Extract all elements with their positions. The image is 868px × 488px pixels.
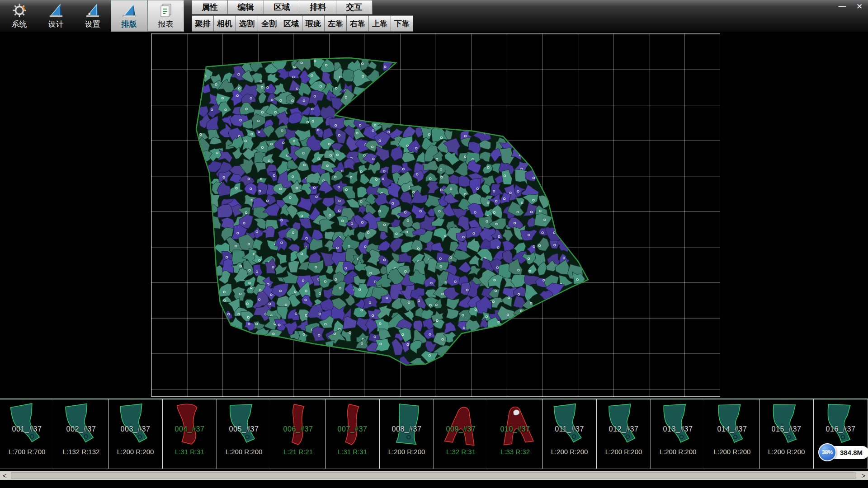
part-thumbnail[interactable]: 014_#37 L:200 R:200 [705,399,760,469]
part-thumbnail[interactable]: 007_#37 L:31 R:31 [326,399,380,469]
report-icon [159,3,173,18]
part-lr-count: L:200 R:200 [705,448,759,455]
part-shape [114,401,157,447]
canvas-grid[interactable] [151,33,720,397]
scroll-right-arrow[interactable]: > [859,471,868,480]
leather-hide[interactable] [151,34,720,396]
part-thumbnail[interactable]: 011_#37 L:200 R:200 [542,399,597,469]
layout-button[interactable]: 排版 [111,0,147,32]
minimize-button[interactable]: — [837,2,847,11]
part-shape [547,401,592,447]
part-lr-count: L:200 R:200 [760,448,813,455]
part-name: 009_#37 [434,425,488,433]
progress-circle[interactable]: 38% [818,443,836,461]
part-thumbnail[interactable]: 010_#37 L:33 R:32 [488,399,542,469]
menu-tab[interactable]: 排料 [300,0,336,14]
part-thumbnail[interactable]: 009_#37 L:32 R:31 [434,399,488,469]
part-shape [493,400,538,448]
tool-button-row: 聚排相机选割全割区域瑕疵左靠右靠上靠下靠 [192,15,413,32]
part-thumbnail[interactable]: 004_#37 L:31 R:31 [163,399,217,469]
menu-tab[interactable]: 区域 [264,0,300,14]
part-thumbnail[interactable]: 001_#37 L:700 R:700 [0,399,54,469]
part-name: 001_#37 [0,425,54,433]
layout-icon [122,3,137,18]
nesting-canvas[interactable] [0,32,868,399]
part-thumbnail[interactable]: 008_#37 L:200 R:200 [380,399,434,469]
tool-button[interactable]: 聚排 [192,15,214,32]
parts-strip: 001_#37 L:700 R:700 002_#37 L:132 R:132 … [0,399,868,469]
tool-button[interactable]: 相机 [214,15,236,32]
part-thumbnail[interactable]: 012_#37 L:200 R:200 [597,399,651,469]
main-toolbar: 系统 设计 设置 排版 报表 [1,0,184,32]
part-name: 012_#37 [597,425,651,433]
part-shape [224,403,264,446]
menu-tab[interactable]: 交互 [336,0,373,14]
part-shape [59,401,104,448]
part-name: 002_#37 [54,425,108,433]
part-lr-count: L:31 R:31 [163,448,217,455]
tool-button[interactable]: 左靠 [325,15,347,32]
toolbar-button-label: 排版 [122,19,137,29]
part-shape [765,402,808,447]
scrollbar-thumb[interactable] [11,472,856,479]
part-lr-count: L:200 R:200 [380,448,434,455]
part-name: 003_#37 [108,425,162,433]
part-name: 005_#37 [217,425,271,433]
part-lr-count: L:32 R:31 [434,448,488,455]
report-button[interactable]: 报表 [147,0,184,32]
part-thumbnail[interactable]: 003_#37 L:200 R:200 [108,399,163,469]
part-lr-count: L:200 R:200 [651,448,705,455]
part-thumbnail[interactable]: 015_#37 L:200 R:200 [760,399,814,469]
part-name: 016_#37 [814,425,868,433]
part-shape [169,402,211,446]
horizontal-scrollbar[interactable]: < > [0,471,868,480]
design-icon [48,3,64,18]
part-thumbnail[interactable]: 006_#37 L:21 R:21 [271,399,326,469]
toolbar-button-label: 系统 [12,19,27,29]
part-shape [384,401,429,448]
part-lr-count: L:200 R:200 [217,448,271,455]
tool-button[interactable]: 右靠 [347,15,369,32]
tool-button[interactable]: 全割 [258,15,280,32]
part-shape [438,400,484,448]
menu-tab-row: 属性编辑区域排料交互 [192,0,373,14]
part-lr-count: L:31 R:31 [326,448,379,455]
part-name: 013_#37 [651,425,705,433]
part-shape [277,402,319,446]
close-button[interactable]: ✕ [854,2,864,11]
toolbar-button-label: 设计 [48,19,64,29]
tool-button[interactable]: 区域 [280,15,302,32]
part-lr-count: L:700 R:700 [0,448,54,455]
part-shape [331,401,374,447]
settings-icon [85,3,100,18]
part-lr-count: L:33 R:32 [488,448,542,455]
part-name: 006_#37 [271,425,325,433]
part-name: 015_#37 [760,425,813,433]
tool-button[interactable]: 瑕疵 [302,15,325,32]
part-shape [712,402,753,446]
tool-button[interactable]: 上靠 [369,15,391,32]
tool-button[interactable]: 下靠 [391,15,413,32]
part-lr-count: L:132 R:132 [54,448,108,455]
toolbar-button-label: 报表 [158,19,174,29]
tool-button[interactable]: 选割 [236,15,258,32]
part-name: 007_#37 [326,425,379,433]
memory-badge[interactable]: 38% 384.8M [818,443,868,461]
scroll-left-arrow[interactable]: < [0,471,9,480]
part-lr-count: L:21 R:21 [271,448,325,455]
app-window: 系统 设计 设置 排版 报表 属性编辑区域排料交互 聚排相机选割全割区域瑕疵左靠… [0,0,868,488]
part-lr-count: L:200 R:200 [108,448,162,455]
menu-tab[interactable]: 编辑 [228,0,264,14]
part-lr-count: L:200 R:200 [542,448,596,455]
part-thumbnail[interactable]: 005_#37 L:200 R:200 [217,399,271,469]
system-button[interactable]: 系统 [1,0,38,32]
part-thumbnail[interactable]: 013_#37 L:200 R:200 [651,399,705,469]
part-name: 008_#37 [380,425,434,433]
menu-tab[interactable]: 属性 [192,0,228,14]
part-name: 010_#37 [488,425,542,433]
design-button[interactable]: 设计 [38,0,74,32]
toolbar-button-label: 设置 [85,19,100,29]
part-thumbnail[interactable]: 002_#37 L:132 R:132 [54,399,108,469]
part-shape [603,402,646,447]
settings-button[interactable]: 设置 [74,0,111,32]
